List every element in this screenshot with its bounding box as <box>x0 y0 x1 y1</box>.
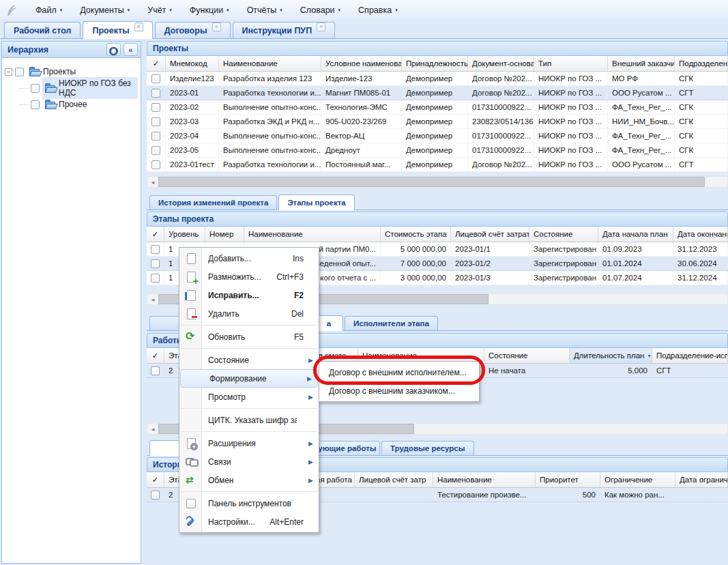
scroll-left-arrow-icon[interactable]: ◂ <box>147 426 158 433</box>
context-menu-item[interactable]: Обмен ▶ <box>179 471 319 489</box>
row-checkbox[interactable] <box>151 146 160 155</box>
tree-node-checkbox[interactable] <box>31 84 40 93</box>
tab-close-icon[interactable]: × <box>212 23 221 31</box>
column-header[interactable]: Номер <box>205 227 244 242</box>
projects-hscrollbar[interactable]: ◂ <box>147 176 728 188</box>
tab-close-icon[interactable]: × <box>134 23 143 31</box>
column-header[interactable]: Условное наименова <box>321 56 402 71</box>
menubar: Файл ▾ Документы ▾ Учёт ▾ Функции ▾ Отчё… <box>0 0 728 20</box>
projects-table-row[interactable]: 2023-02Выполнение опытно-конс...Технолог… <box>147 100 728 115</box>
column-header[interactable]: Состояние <box>529 227 598 242</box>
column-header[interactable]: Стоимость этапа <box>381 227 451 242</box>
menubar-item[interactable]: Документы ▾ <box>74 3 135 18</box>
row-checkbox[interactable] <box>151 491 160 499</box>
projects-table-row[interactable]: 2023-04Выполнение опытно-конс...Вектор-А… <box>147 129 728 143</box>
column-header[interactable]: Состояние ▾ <box>484 348 570 363</box>
row-checkbox[interactable] <box>151 259 160 268</box>
sub-tab[interactable]: История изменений проекта <box>149 195 277 209</box>
column-header[interactable]: Документ-основан <box>468 56 534 71</box>
sub-tab[interactable]: Трудовые ресурсы <box>381 441 474 455</box>
search-tool-button[interactable] <box>106 43 121 56</box>
column-header[interactable]: Принадлежность <box>402 56 468 71</box>
context-menu-item[interactable]: ЦИТК. Указать шифр затрат... ▶ <box>179 411 319 429</box>
sub-tab[interactable]: Этапы проекта <box>278 194 354 210</box>
column-header[interactable]: Длительность план ▾ <box>570 348 652 363</box>
scroll-left-arrow-icon[interactable]: ◂ <box>147 179 158 186</box>
row-checkbox[interactable] <box>151 74 160 83</box>
menubar-item[interactable]: Файл ▾ <box>30 3 68 18</box>
menubar-item[interactable]: Учёт ▾ <box>142 3 177 18</box>
projects-table-row[interactable]: 2023-01тестРазработка технологии и...Пос… <box>147 158 728 172</box>
context-menu-item[interactable]: ▶ <box>179 429 319 434</box>
sub-tab[interactable]: ующие работы <box>315 441 380 455</box>
context-menu-item[interactable]: Добавить... Ins ▶ <box>179 249 319 267</box>
column-header[interactable]: Уровень <box>164 227 205 242</box>
context-menu-item[interactable]: Состояние ▶ <box>179 351 319 369</box>
select-all-header[interactable]: ✓ <box>147 348 164 363</box>
main-tab[interactable]: Договоры × <box>155 22 231 38</box>
row-checkbox[interactable] <box>151 89 160 98</box>
context-menu-item[interactable]: Панель инструментов ▶ <box>179 494 319 512</box>
column-header[interactable]: Наименование <box>433 472 536 487</box>
main-tab[interactable]: Рабочий стол × <box>4 22 81 38</box>
column-header[interactable]: Мнемокод <box>166 56 219 71</box>
context-menu-item[interactable]: Обновить F5 ▶ <box>179 328 319 346</box>
context-menu-item[interactable]: Размножить... Ctrl+F3 ▶ <box>179 267 319 286</box>
context-menu-item[interactable]: Формирование ▶ <box>180 369 318 388</box>
context-menu-item[interactable]: Просмотр ▶ <box>179 388 319 406</box>
context-menu-item[interactable]: ▶ <box>179 406 319 411</box>
row-checkbox[interactable] <box>151 160 160 169</box>
projects-table-row[interactable]: 2023-05Выполнение опытно-конс...Дредноут… <box>147 143 728 158</box>
menubar-item[interactable]: Функции ▾ <box>184 3 235 18</box>
context-menu-item[interactable]: Настройки... Alt+Enter ▶ <box>179 512 319 531</box>
row-checkbox[interactable] <box>151 132 160 141</box>
menubar-item[interactable]: Справка ▾ <box>353 3 403 18</box>
tree-node-checkbox[interactable] <box>31 100 40 109</box>
menubar-item[interactable]: Отчёты ▾ <box>242 3 288 18</box>
column-header[interactable]: Дата начала план <box>598 227 673 242</box>
column-header[interactable]: Лицевой счёт затр <box>355 472 433 487</box>
main-tab[interactable]: Инструкции ПУП × <box>233 22 336 38</box>
select-all-header[interactable]: ✓ <box>147 227 164 242</box>
column-header[interactable]: Лицевой счёт затрат. <box>451 227 529 242</box>
scroll-left-arrow-icon[interactable]: ◂ <box>147 296 158 303</box>
context-menu-item[interactable]: Связи ▶ <box>179 452 319 471</box>
row-checkbox[interactable] <box>151 245 160 254</box>
context-menu-item[interactable]: Исправить... F2 ▶ <box>179 286 319 304</box>
submenu-item[interactable]: Договор с внешним заказчиком... <box>319 381 479 400</box>
menubar-item[interactable]: Словари ▾ <box>295 3 346 18</box>
column-header[interactable]: Наименование <box>244 227 381 242</box>
context-menu-item[interactable]: ▶ <box>179 323 319 328</box>
main-tab[interactable]: Проекты × <box>83 21 152 39</box>
column-header[interactable]: Приоритет <box>536 472 600 487</box>
context-menu-item[interactable]: Удалить Del ▶ <box>179 304 319 323</box>
tree-node-checkbox[interactable] <box>15 68 24 76</box>
collapse-panel-button[interactable]: « <box>123 43 138 56</box>
projects-table-row[interactable]: 2023-01Разработка технологии и...Магнит … <box>147 86 728 100</box>
context-menu-item[interactable]: Расширения ▶ <box>179 434 319 452</box>
column-header[interactable]: Подразделение <box>675 56 728 71</box>
column-header[interactable]: Наименование <box>219 56 321 71</box>
column-header[interactable]: Ограничение <box>600 472 675 487</box>
row-checkbox[interactable] <box>151 366 160 375</box>
projects-table-row[interactable]: 2023-03Разработка ЭКД и РКД н...905-U020… <box>147 115 728 129</box>
context-menu-item[interactable]: ▶ <box>179 346 319 351</box>
column-header[interactable]: Внешний заказчик <box>608 56 675 71</box>
column-header[interactable]: Тип <box>534 56 608 71</box>
column-header[interactable]: Дата ограничен <box>675 472 728 487</box>
row-checkbox[interactable] <box>151 103 160 112</box>
column-header[interactable]: Дата окончани <box>673 227 728 242</box>
select-all-header[interactable]: ✓ <box>147 472 164 487</box>
select-all-header[interactable]: ✓ <box>147 56 166 71</box>
tree-node[interactable]: НИОКР по ГОЗ без НДС <box>20 80 138 96</box>
sub-tab[interactable]: Исполнители этапа <box>345 316 438 330</box>
projects-table-row[interactable]: Изделие123Разработка изделия 123Изделие-… <box>147 72 728 86</box>
row-checkbox[interactable] <box>151 117 160 126</box>
row-checkbox[interactable] <box>151 274 160 282</box>
context-menu-item[interactable]: ▶ <box>179 489 319 494</box>
tree-collapse-icon[interactable]: − <box>5 68 12 76</box>
submenu-item[interactable]: Договор с внешним исполнителем... <box>319 363 479 381</box>
column-header[interactable]: Подразделение-испо ▾ <box>652 348 728 363</box>
scrollbar-thumb[interactable] <box>158 177 705 187</box>
tab-close-icon[interactable]: × <box>317 23 325 31</box>
